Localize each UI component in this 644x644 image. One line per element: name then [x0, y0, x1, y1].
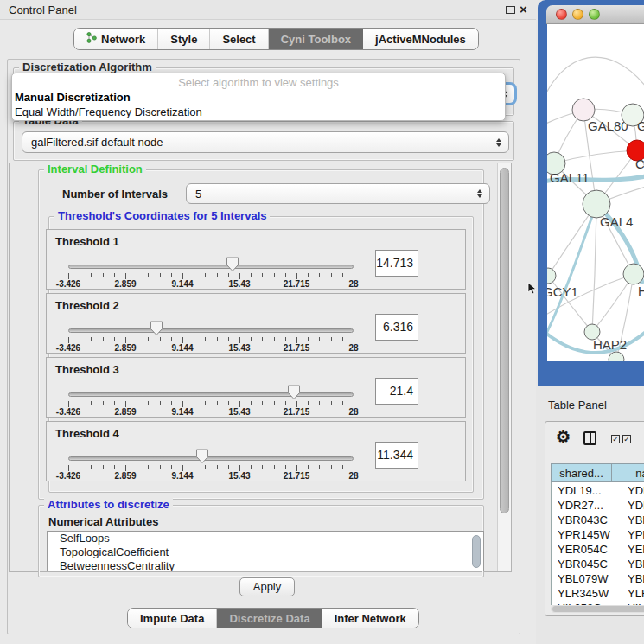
- threshold-slider-track[interactable]: [68, 328, 354, 333]
- attributes-scrollbar-thumb[interactable]: [472, 535, 481, 568]
- threshold-slider-thumb[interactable]: [195, 449, 209, 464]
- tick-mark: [285, 401, 286, 405]
- attribute-list-item[interactable]: SelfLoops: [48, 532, 483, 545]
- threshold-slider-track[interactable]: [68, 456, 354, 461]
- tick-mark: [262, 465, 263, 469]
- tab-label: Network: [101, 33, 145, 46]
- tick-mark: [114, 465, 115, 469]
- threshold-value-field[interactable]: 11.344: [375, 442, 418, 469]
- tick-mark: [137, 337, 137, 341]
- tick-mark: [160, 337, 161, 341]
- threshold-slider-thumb[interactable]: [150, 321, 163, 336]
- table-column-header[interactable]: shared...: [552, 464, 612, 481]
- tab-cyni-toolbox[interactable]: Cyni Toolbox: [269, 29, 363, 49]
- vertical-scrollbar-thumb[interactable]: [500, 168, 509, 513]
- number-of-intervals-label: Number of Intervals: [62, 188, 168, 201]
- threshold-value-field[interactable]: 6.316: [375, 314, 418, 341]
- table-data-combobox[interactable]: galFiltered.sif default node: [22, 131, 509, 153]
- tick-mark: [274, 401, 275, 405]
- tick-mark: [342, 401, 343, 405]
- tick-mark: [103, 401, 104, 405]
- checkbox-icon[interactable]: ✓: [622, 435, 631, 443]
- tab-select[interactable]: Select: [210, 29, 268, 49]
- table-cell-shared-name: YDL19...: [558, 484, 602, 497]
- tick-mark: [103, 273, 104, 277]
- network-node-label: G: [637, 118, 644, 133]
- tick-mark: [125, 273, 126, 279]
- table-cell-shared-name: YBR043C: [558, 513, 608, 526]
- network-node-h[interactable]: [623, 264, 644, 284]
- threshold-panel: Threshold 3-3.4262.8599.14415.4321.71528…: [46, 357, 466, 418]
- tab-style[interactable]: Style: [158, 29, 210, 49]
- vertical-scrollbar-track[interactable]: [497, 163, 511, 572]
- algorithm-option-equal-width[interactable]: Equal Width/Frequency Discretization: [15, 105, 202, 118]
- table-column-header[interactable]: na: [612, 464, 644, 481]
- tick-label: 28: [348, 343, 358, 353]
- threshold-slider-thumb[interactable]: [287, 385, 301, 400]
- tick-mark: [319, 465, 320, 469]
- tick-mark: [148, 337, 149, 341]
- checkbox-icon[interactable]: ✓: [611, 435, 620, 443]
- threshold-slider-track[interactable]: [68, 392, 354, 397]
- tick-mark: [285, 273, 286, 277]
- table-cell-shared-name: YER054C: [558, 543, 608, 556]
- tick-mark: [308, 273, 309, 277]
- split-table-icon[interactable]: [583, 431, 596, 445]
- tick-mark: [319, 401, 320, 405]
- apply-button[interactable]: Apply: [239, 577, 295, 596]
- tick-mark: [171, 465, 172, 469]
- zoom-traffic-light-icon[interactable]: [589, 9, 600, 20]
- tick-label: 9.144: [171, 279, 193, 289]
- tick-label: 21.715: [284, 471, 310, 481]
- threshold-slider-thumb[interactable]: [226, 257, 239, 272]
- bottom-tab-impute-data[interactable]: Impute Data: [128, 609, 217, 628]
- minimize-traffic-light-icon[interactable]: [572, 9, 583, 20]
- table-cell-name: YDL1: [628, 484, 644, 497]
- tick-mark: [319, 337, 320, 341]
- network-canvas[interactable]: GAL80GCGAL11GAL4GCY1HHAP2: [547, 24, 644, 361]
- mouse-cursor: [527, 283, 538, 295]
- slider-ticks: [68, 337, 354, 344]
- threshold-value-field[interactable]: 21.4: [375, 378, 418, 405]
- bottom-tab-discretize-data[interactable]: Discretize Data: [217, 609, 322, 628]
- bottom-tab-infer-network[interactable]: Infer Network: [322, 609, 418, 628]
- attribute-list-item[interactable]: BetweennessCentrality: [48, 559, 483, 571]
- table-cell-shared-name: YBL079W: [558, 572, 609, 585]
- tick-mark: [160, 401, 161, 405]
- tick-mark: [308, 465, 309, 469]
- tick-label: -3.426: [56, 407, 80, 417]
- tab-jactivemnodules[interactable]: jActiveMNodules: [363, 29, 478, 49]
- threshold-value-field[interactable]: 14.713: [375, 250, 418, 277]
- threshold-slider-track[interactable]: [68, 265, 354, 269]
- number-of-intervals-value: 5: [195, 188, 201, 201]
- float-window-icon[interactable]: [506, 6, 515, 14]
- algorithm-option-manual[interactable]: Manual Discretization: [15, 91, 131, 104]
- tab-label: Cyni Toolbox: [281, 33, 351, 46]
- horizontal-scrollbar-track[interactable]: [551, 605, 644, 613]
- table-cell-name: YBL0: [628, 572, 644, 585]
- network-node-label: HAP2: [593, 337, 627, 352]
- threshold-panel: Threshold 4-3.4262.8599.14415.4321.71528…: [46, 421, 466, 481]
- tick-label: 15.43: [228, 279, 250, 289]
- interval-definition-group-label: Interval Definition: [44, 163, 146, 175]
- attribute-list-item[interactable]: TopologicalCoefficient: [48, 545, 483, 559]
- tick-mark: [171, 273, 172, 277]
- tick-mark: [114, 401, 115, 405]
- number-of-intervals-combobox[interactable]: 5: [186, 183, 490, 204]
- table-cell-name: YDR2: [628, 499, 644, 512]
- tick-mark: [217, 401, 218, 405]
- table-cell-name: YER0: [628, 543, 644, 556]
- network-node-gcy1[interactable]: [547, 268, 556, 284]
- tab-network[interactable]: Network: [74, 29, 158, 49]
- tick-mark: [331, 401, 332, 405]
- horizontal-scrollbar-thumb[interactable]: [552, 606, 644, 612]
- close-icon[interactable]: ×: [520, 2, 527, 16]
- network-icon: [86, 32, 97, 46]
- gear-icon[interactable]: ⚙: [556, 427, 571, 447]
- numerical-attributes-list[interactable]: SelfLoopsTopologicalCoefficientBetweenne…: [47, 531, 484, 571]
- table-cell-name: YLR3: [628, 587, 644, 600]
- close-traffic-light-icon[interactable]: [556, 9, 567, 20]
- table-cell-name: YBR0: [628, 558, 644, 571]
- tick-mark: [251, 465, 252, 469]
- tick-mark: [251, 273, 252, 277]
